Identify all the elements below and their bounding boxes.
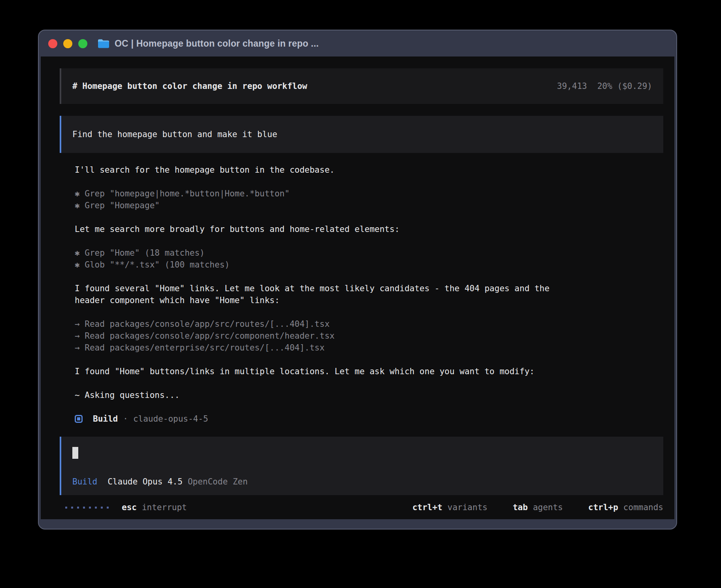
terminal-content: # Homepage button color change in repo w… [41,57,674,519]
build-agent-icon [75,415,83,423]
agent-status-row: Build · claude-opus-4-5 [75,413,663,425]
tab-key: tab [513,503,528,512]
variants-label: variants [447,503,487,512]
assistant-text-line: Let me search more broadly for buttons a… [75,223,663,235]
token-count: 39,413 [557,81,587,91]
session-stats: 39,41320% ($0.29) [557,81,652,91]
terminal-window: OC | Homepage button color change in rep… [38,30,677,530]
assistant-paragraph: I'll search for the homepage button in t… [75,164,663,176]
separator-dot: · [123,414,128,424]
spinner-dot [71,507,73,509]
agent-model: claude-opus-4-5 [133,414,208,424]
spinner-dot [101,507,103,509]
prompt-model[interactable]: Claude Opus 4.5 [108,477,183,486]
tool-call-group: ✱ Grep "homepage|home.*button|Home.*butt… [75,188,663,211]
window-title: OC | Homepage button color change in rep… [115,38,319,49]
agent-name: Build [93,414,118,424]
tool-call-line: ✱ Glob "**/*.tsx" (100 matches) [75,259,663,271]
session-title: # Homepage button color change in repo w… [72,81,307,91]
spinner-dots [65,507,109,509]
asking-questions-line: ~ Asking questions... [75,389,663,401]
assistant-text-line: I'll search for the homepage button in t… [75,164,663,176]
tool-call-line: → Read packages/console/app/src/componen… [75,330,663,342]
window-titlebar[interactable]: OC | Homepage button color change in rep… [39,30,676,57]
folder-icon [98,39,109,49]
agents-label: agents [533,503,563,512]
spinner-dot [65,507,67,509]
agents-hint: tab agents [513,503,563,512]
text-cursor [72,447,78,459]
assistant-paragraph: I found several "Home" links. Let me loo… [75,283,663,306]
zoom-button[interactable] [78,39,87,48]
interrupt-hint: esc interrupt [122,503,187,512]
spinner-dot [107,507,109,509]
status-bar-left: esc interrupt [65,503,187,512]
tool-call-line: → Read packages/enterprise/src/routes/[.… [75,342,663,354]
spinner-dot [77,507,79,509]
spinner-dot [83,507,85,509]
tool-call-line: → Read packages/console/app/src/routes/[… [75,318,663,330]
assistant-status-paragraph: ~ Asking questions... [75,389,663,401]
context-usage: 20% ($0.29) [597,81,652,91]
assistant-paragraph: I found "Home" buttons/links in multiple… [75,366,663,377]
traffic-lights [48,39,87,48]
variants-hint: ctrl+t variants [412,503,487,512]
status-bar: esc interrupt ctrl+t variants tab agents… [60,496,663,519]
tool-call-group: → Read packages/console/app/src/routes/[… [75,318,663,354]
status-bar-right: ctrl+t variants tab agents ctrl+p comman… [412,503,663,512]
tool-call-line: ✱ Grep "Home" (18 matches) [75,247,663,259]
assistant-text-line: I found several "Home" links. Let me loo… [75,283,663,294]
spinner-dot [89,507,91,509]
ctrl-t-key: ctrl+t [412,503,442,512]
tool-call-line: ✱ Grep "homepage|home.*button|Home.*butt… [75,188,663,200]
prompt-input[interactable]: Build Claude Opus 4.5 OpenCode Zen [60,437,663,495]
spinner-dot [95,507,97,509]
tool-call-group: ✱ Grep "Home" (18 matches) ✱ Glob "**/*.… [75,247,663,271]
user-message-text: Find the homepage button and make it blu… [72,130,277,139]
minimize-button[interactable] [63,39,72,48]
esc-label: interrupt [142,503,187,512]
session-header: # Homepage button color change in repo w… [60,68,663,104]
commands-hint: ctrl+p commands [588,503,663,512]
assistant-text-line: I found "Home" buttons/links in multiple… [75,366,663,377]
prompt-status-line: Build Claude Opus 4.5 OpenCode Zen [72,477,652,486]
esc-key: esc [122,503,137,512]
ctrl-p-key: ctrl+p [588,503,618,512]
commands-label: commands [623,503,663,512]
conversation: I'll search for the homepage button in t… [60,164,663,413]
prompt-provider: OpenCode Zen [188,477,248,486]
assistant-text-line: header component which have "Home" links… [75,294,663,306]
assistant-paragraph: Let me search more broadly for buttons a… [75,223,663,235]
close-button[interactable] [48,39,57,48]
prompt-agent[interactable]: Build [72,477,97,486]
tool-call-line: ✱ Grep "Homepage" [75,200,663,211]
user-message: Find the homepage button and make it blu… [60,116,663,153]
